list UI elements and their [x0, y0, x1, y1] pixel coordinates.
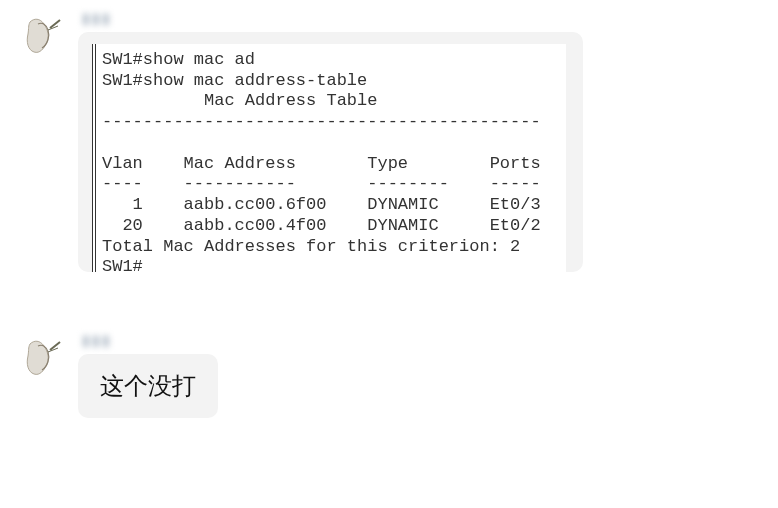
username-label: ▮▮▮: [78, 10, 112, 26]
message-bubble[interactable]: 这个没打: [78, 354, 218, 418]
avatar-icon: [20, 14, 64, 58]
message-bubble[interactable]: SW1#show mac ad SW1#show mac address-tab…: [78, 32, 583, 272]
message-text: 这个没打: [100, 372, 196, 399]
avatar[interactable]: [20, 336, 64, 380]
terminal-output: SW1#show mac ad SW1#show mac address-tab…: [92, 44, 566, 272]
chat-message: ▮▮▮ 这个没打: [20, 332, 758, 418]
avatar-icon: [20, 336, 64, 380]
avatar[interactable]: [20, 14, 64, 58]
chat-container: ▮▮▮ SW1#show mac ad SW1#show mac address…: [0, 0, 778, 468]
message-content: ▮▮▮ 这个没打: [78, 332, 218, 418]
chat-message: ▮▮▮ SW1#show mac ad SW1#show mac address…: [20, 10, 758, 272]
message-content: ▮▮▮ SW1#show mac ad SW1#show mac address…: [78, 10, 583, 272]
username-label: ▮▮▮: [78, 332, 112, 348]
